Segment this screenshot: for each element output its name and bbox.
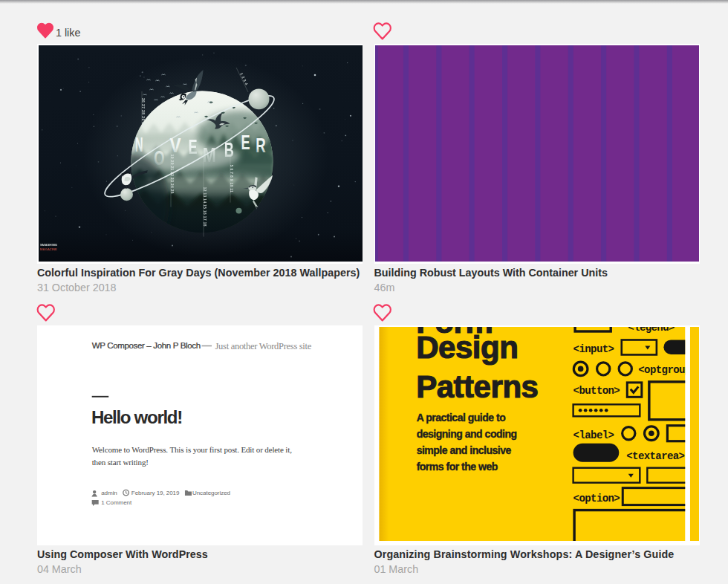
- svg-text:SMASHING: SMASHING: [40, 242, 58, 246]
- svg-text:February 19, 2019: February 19, 2019: [131, 490, 179, 496]
- svg-text:V: V: [169, 133, 181, 155]
- svg-text:Hello world!: Hello world!: [91, 406, 181, 426]
- svg-text:E: E: [241, 131, 250, 154]
- svg-text:B: B: [224, 138, 233, 161]
- svg-text:designing and coding: designing and coding: [417, 427, 517, 439]
- svg-text:Just another WordPress site: Just another WordPress site: [215, 340, 311, 351]
- svg-text:19 20 21 22 23 24 25: 19 20 21 22 23 24 25: [169, 154, 173, 193]
- svg-text:forms for the web: forms for the web: [417, 460, 498, 472]
- svg-text:<option>: <option>: [573, 492, 620, 504]
- svg-text:<input>: <input>: [573, 343, 614, 354]
- svg-text:12 13 14 15 16 17 18: 12 13 14 15 16 17 18: [202, 186, 206, 226]
- svg-text:then start writing!: then start writing!: [91, 458, 148, 467]
- svg-text:R: R: [256, 134, 266, 156]
- svg-text:N: N: [135, 133, 143, 156]
- svg-text:5 6 7 8 9 10 11: 5 6 7 8 9 10 11: [229, 164, 233, 192]
- svg-text:Design: Design: [416, 330, 518, 365]
- svg-text:<textarea>: <textarea>: [626, 450, 684, 461]
- svg-text:A practical guide to: A practical guide to: [417, 411, 506, 423]
- svg-text:admin: admin: [101, 490, 117, 496]
- svg-text:<button>: <button>: [573, 384, 620, 396]
- svg-text:26 27 28 29 30: 26 27 28 29 30: [140, 97, 145, 126]
- svg-text:Uncategorized: Uncategorized: [192, 490, 230, 496]
- svg-text:Patterns: Patterns: [416, 369, 538, 403]
- svg-text:<label>: <label>: [573, 429, 614, 441]
- svg-text:simple and inclusive: simple and inclusive: [417, 444, 512, 455]
- svg-text:WP Composer – John P Bloch: WP Composer – John P Bloch: [91, 341, 200, 350]
- svg-text:<legend>: <legend>: [628, 327, 675, 333]
- svg-text:1 Comment: 1 Comment: [101, 499, 132, 505]
- svg-text:E: E: [188, 135, 197, 158]
- svg-text:Welcome to WordPress. This is: Welcome to WordPress. This is your first…: [91, 444, 291, 453]
- svg-text:O: O: [154, 146, 164, 169]
- svg-text:M: M: [202, 143, 215, 166]
- svg-text:MAGAZINE: MAGAZINE: [40, 247, 57, 250]
